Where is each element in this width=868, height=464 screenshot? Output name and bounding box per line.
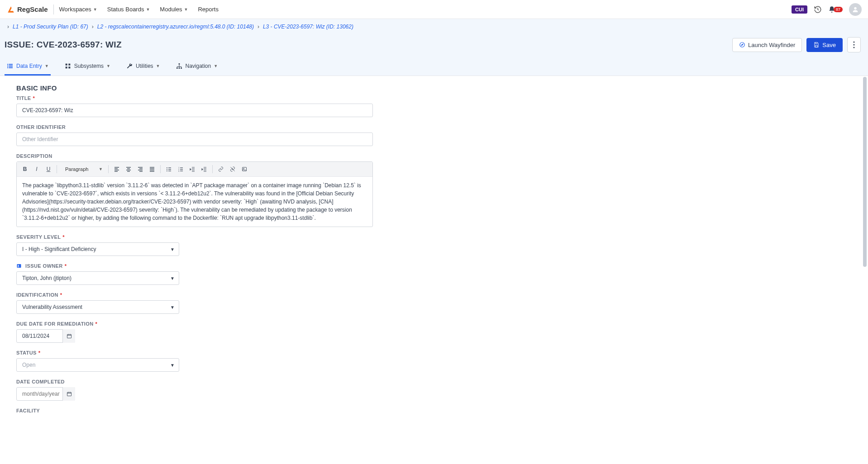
svg-point-22 [167,170,167,171]
nav-reports[interactable]: Reports [198,6,219,13]
identification-select[interactable]: Vulnerability Assessment ▼ [16,300,179,314]
more-actions-button[interactable] [847,37,861,52]
tab-subsystems[interactable]: Subsystems▼ [62,58,112,76]
nav-items: Workspaces▼ Status Boards▼ Modules▼ Repo… [59,6,219,13]
field-date-completed: DATE COMPLETED [16,379,373,401]
nav-label: Status Boards [107,6,144,13]
field-label: ISSUE OWNER* [16,263,373,269]
svg-point-5 [854,47,855,48]
history-icon[interactable] [814,5,822,14]
bullet-list-button[interactable] [163,164,174,175]
align-center-button[interactable] [123,164,134,175]
wrench-icon [126,62,133,70]
format-select[interactable]: Paragraph ▼ [62,165,103,173]
save-icon [813,42,820,48]
align-right-button[interactable] [135,164,146,175]
svg-rect-13 [68,64,70,66]
chevron-right-icon: › [258,24,259,30]
nav-status-boards[interactable]: Status Boards▼ [107,6,150,13]
breadcrumb-l1[interactable]: L1 - Prod Security Plan (ID: 67) [13,24,88,30]
calendar-icon [67,333,72,339]
due-date-input-wrap [16,329,75,343]
select-value: Open [16,358,179,372]
svg-rect-11 [9,67,13,68]
owner-select[interactable]: Tipton, John (jtipton) ▼ [16,271,179,285]
underline-button[interactable]: U [43,164,54,175]
svg-marker-2 [741,44,743,46]
svg-rect-12 [65,64,67,66]
number-list-button[interactable]: 123 [175,164,186,175]
separator [212,165,213,173]
save-button[interactable]: Save [806,38,843,52]
link-button[interactable] [215,164,226,175]
unlink-button[interactable] [227,164,238,175]
svg-text:3: 3 [178,170,180,172]
outdent-button[interactable] [187,164,198,175]
field-identification: IDENTIFICATION* Vulnerability Assessment… [16,292,373,314]
breadcrumb-l3[interactable]: L3 - CVE-2023-6597: Wiz (ID: 13062) [263,24,353,30]
svg-point-20 [167,167,167,168]
other-identifier-input[interactable] [16,133,373,146]
field-label: IDENTIFICATION* [16,292,373,298]
svg-rect-31 [67,393,71,396]
logo[interactable]: RegScale [6,5,48,14]
launch-wayfinder-button[interactable]: Launch Wayfinder [732,38,802,52]
notifications[interactable]: 87 [828,6,843,13]
scrollbar-thumb[interactable] [863,77,867,267]
tab-data-entry[interactable]: Data Entry▼ [5,58,51,76]
subsystems-icon [64,62,72,70]
align-left-button[interactable] [111,164,122,175]
brand-text: RegScale [17,5,48,13]
svg-rect-6 [7,64,8,65]
indent-button[interactable] [199,164,210,175]
image-button[interactable] [239,164,250,175]
severity-select[interactable]: I - High - Significant Deficiency ▼ [16,242,179,256]
section-title: BASIC INFO [16,84,373,92]
status-select[interactable]: Open ▼ [16,358,179,372]
svg-point-3 [854,42,855,43]
nav-modules[interactable]: Modules▼ [160,6,188,13]
tab-utilities[interactable]: Utilities▼ [124,58,162,76]
rte-toolbar: B I U Paragraph ▼ 123 [17,162,372,177]
tab-label: Subsystems [74,63,104,69]
nav-workspaces[interactable]: Workspaces▼ [59,6,97,13]
svg-rect-15 [68,66,70,68]
tab-label: Data Entry [16,63,42,69]
list-icon [6,62,14,70]
description-textarea[interactable]: The package `libpython3.11-stdlib` versi… [17,177,372,227]
svg-rect-9 [9,66,13,66]
field-label: DUE DATE FOR REMEDIATION* [16,321,373,327]
align-justify-button[interactable] [147,164,157,175]
page-title: ISSUE: CVE-2023-6597: WIZ [5,40,122,50]
chevron-right-icon: › [7,24,9,30]
field-label: TITLE* [16,95,373,101]
svg-rect-8 [7,66,8,66]
date-completed-input-wrap [16,387,75,401]
avatar[interactable] [849,3,862,16]
rich-text-editor: B I U Paragraph ▼ 123 [16,161,373,227]
top-nav: RegScale Workspaces▼ Status Boards▼ Modu… [0,0,868,19]
svg-rect-17 [176,67,178,69]
cui-badge[interactable]: CUI [792,5,807,14]
form-body: BASIC INFO TITLE* OTHER IDENTIFIER DESCR… [0,76,380,439]
tab-navigation[interactable]: Navigation▼ [174,58,220,76]
bold-button[interactable]: B [19,164,30,175]
calendar-button[interactable] [62,387,75,401]
field-other-identifier: OTHER IDENTIFIER [16,124,373,146]
logo-icon [6,5,15,14]
breadcrumb: › L1 - Prod Security Plan (ID: 67) › L2 … [0,19,868,34]
field-label: DESCRIPTION [16,153,373,159]
calendar-button[interactable] [62,329,75,343]
select-value: Vulnerability Assessment [16,300,179,314]
breadcrumb-l2[interactable]: L2 - regscalecontainerregistry.azurecr.i… [97,24,254,30]
nav-label: Reports [198,6,219,13]
italic-button[interactable]: I [31,164,42,175]
tabs: Data Entry▼ Subsystems▼ Utilities▼ Navig… [0,58,868,76]
caret-icon: ▼ [99,167,103,171]
title-input[interactable] [16,104,373,117]
field-severity: SEVERITY LEVEL* I - High - Significant D… [16,234,373,256]
separator [57,165,57,173]
field-title: TITLE* [16,95,373,117]
chevron-right-icon: › [92,24,94,30]
sitemap-icon [176,62,183,70]
